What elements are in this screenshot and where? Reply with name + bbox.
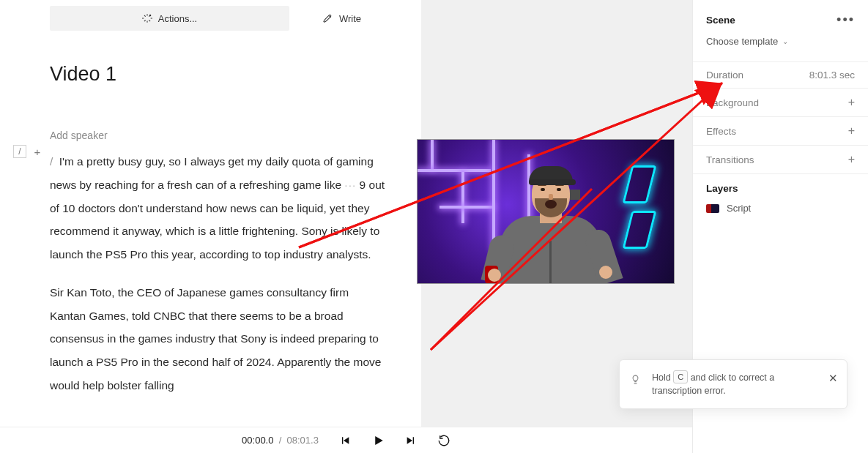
duration-value: 8:01.3 sec xyxy=(809,70,855,81)
tip-close-button[interactable]: ✕ xyxy=(828,370,838,387)
choose-template-button[interactable]: Choose template ⌄ xyxy=(693,33,868,61)
choose-template-label: Choose template xyxy=(706,36,778,47)
svg-point-0 xyxy=(149,15,150,15)
loop-button[interactable] xyxy=(437,434,450,447)
playback-time: 00:00.0 / 08:01.3 xyxy=(242,435,319,446)
cursor-slash: / xyxy=(50,155,53,168)
layer-label: Script xyxy=(727,203,751,214)
write-label: Write xyxy=(339,13,361,24)
skip-back-button[interactable] xyxy=(339,435,351,446)
sparkle-icon xyxy=(142,13,152,23)
layer-thumbnail xyxy=(706,204,719,213)
add-transitions-button[interactable]: + xyxy=(848,153,855,166)
background-row[interactable]: Background + xyxy=(693,89,868,116)
line-rail: / + xyxy=(13,145,44,158)
tip-text-post: and click to correct a transcription err… xyxy=(652,372,774,397)
tip-text-pre: Hold xyxy=(652,372,671,383)
transcript-paragraph[interactable]: / I'm a pretty busy guy, so I always get… xyxy=(50,150,386,266)
layers-heading: Layers xyxy=(693,174,868,200)
time-sep: / xyxy=(279,435,282,446)
playback-bar: 00:00.0 / 08:01.3 xyxy=(0,427,692,453)
video-title[interactable]: Video 1 xyxy=(50,63,386,86)
video-preview[interactable] xyxy=(417,139,675,284)
write-button[interactable]: Write xyxy=(298,6,386,31)
play-button[interactable] xyxy=(371,434,385,447)
pen-icon xyxy=(323,13,333,23)
editor-toolbar: Actions... Write xyxy=(50,6,386,31)
tip-keycap: C xyxy=(673,370,688,383)
time-current: 00:00.0 xyxy=(242,435,273,446)
transitions-row[interactable]: Transitions + xyxy=(693,146,868,173)
slash-command-button[interactable]: / xyxy=(13,145,26,158)
chevron-down-icon: ⌄ xyxy=(782,37,788,45)
transcript-paragraph[interactable]: Sir Kan Toto, the CEO of Japanese games … xyxy=(50,281,386,397)
transcript-text[interactable]: Sir Kan Toto, the CEO of Japanese games … xyxy=(50,286,381,392)
background-label: Background xyxy=(706,97,759,108)
add-background-button[interactable]: + xyxy=(848,96,855,109)
time-total: 08:01.3 xyxy=(287,435,319,446)
transitions-label: Transitions xyxy=(706,154,754,165)
lightbulb-icon xyxy=(630,373,641,390)
scene-heading: Scene xyxy=(706,15,735,26)
transcript-text[interactable]: I'm a pretty busy guy, so I always get m… xyxy=(50,155,374,191)
add-block-button[interactable]: + xyxy=(31,145,44,158)
editor-column: / + Actions... xyxy=(0,0,421,453)
duration-label: Duration xyxy=(706,70,743,81)
transcript-body[interactable]: / I'm a pretty busy guy, so I always get… xyxy=(50,150,386,397)
correction-tip: Hold C and click to correct a transcript… xyxy=(619,359,847,410)
skip-forward-button[interactable] xyxy=(405,435,417,446)
preview-person xyxy=(500,159,602,283)
actions-button[interactable]: Actions... xyxy=(50,6,289,31)
actions-label: Actions... xyxy=(158,13,197,24)
layer-script[interactable]: Script xyxy=(693,200,868,217)
effects-label: Effects xyxy=(706,126,736,137)
effects-row[interactable]: Effects + xyxy=(693,117,868,145)
gap-marker[interactable]: ··· xyxy=(344,179,356,191)
add-speaker-button[interactable]: Add speaker xyxy=(50,130,386,141)
add-effects-button[interactable]: + xyxy=(848,124,855,138)
scene-more-button[interactable]: ••• xyxy=(837,16,855,24)
